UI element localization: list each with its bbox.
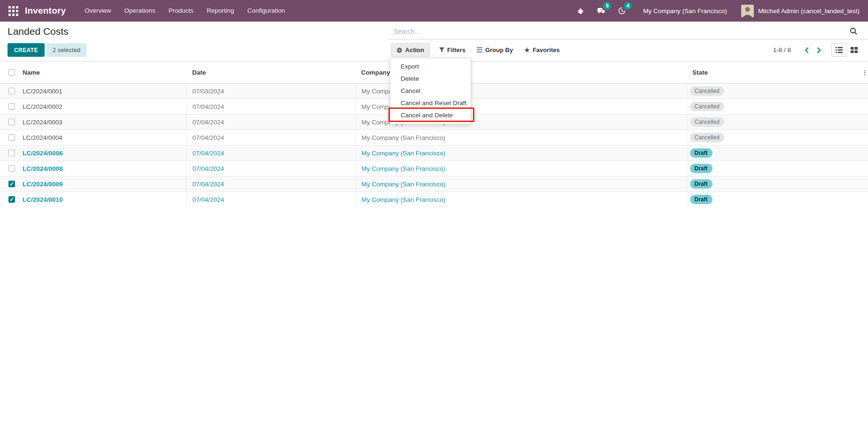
action-menu-item[interactable]: Delete [390,73,471,85]
list-view-button[interactable] [831,43,846,57]
record-date: 07/04/2024 [186,192,356,207]
action-menu-item[interactable]: Cancel [390,85,471,97]
group-by-icon [477,47,482,53]
record-company: My Company (San Francisco) [356,176,687,192]
table-row[interactable]: LC/2024/0006 07/04/2024 My Company (San … [0,145,868,161]
list-buttons: CREATE 2 selected [8,43,86,57]
table-row[interactable]: LC/2024/0009 07/04/2024 My Company (San … [0,176,868,192]
row-checkbox[interactable] [8,181,15,187]
column-options-icon[interactable]: ⋮ [862,69,868,76]
kanban-view-button[interactable] [846,43,861,57]
record-date: 07/04/2024 [186,130,356,145]
column-header-state[interactable]: State [687,61,861,84]
column-header-date[interactable]: Date [186,61,356,84]
row-checkbox[interactable] [8,88,15,94]
debug-bug-icon[interactable] [574,4,588,18]
record-date: 07/04/2024 [186,161,356,176]
activities-icon[interactable]: 4 [615,4,629,18]
record-state: Cancelled [687,130,861,145]
record-state: Cancelled [687,99,861,114]
row-checkbox[interactable] [8,134,15,141]
row-checkbox[interactable] [8,103,15,110]
messages-icon[interactable]: 5 [594,4,608,18]
select-all-checkbox[interactable] [8,69,15,76]
company-switcher[interactable]: My Company (San Francisco) [643,8,727,15]
record-state: Cancelled [687,114,861,130]
kanban-view-icon [851,47,858,53]
record-date: 07/04/2024 [186,99,356,114]
record-name: LC/2024/0003 [19,114,186,130]
control-panel: Landed Costs Search... CREATE 2 selected… [0,22,868,61]
record-name: LC/2024/0008 [19,161,186,176]
action-menu-item-highlighted[interactable]: Cancel and Delete [390,109,471,122]
status-badge: Draft [690,195,713,204]
topbar-right: 5 4 My Company (San Francisco) Mitchell … [574,4,868,18]
row-checkbox[interactable] [8,165,15,172]
user-menu[interactable]: Mitchell Admin (cancel_landed_test) [758,8,860,15]
favorites-star-icon: ★ [524,46,530,53]
record-state: Draft [687,176,861,192]
menu-operations[interactable]: Operations [118,0,162,22]
record-state: Cancelled [687,84,861,99]
chevron-right-icon[interactable] [813,43,825,57]
apps-grid-icon[interactable] [8,6,18,16]
filter-icon [439,47,444,53]
selection-count-badge: 2 selected [46,43,86,57]
page: Inventory Overview Operations Products R… [0,0,868,435]
top-navbar: Inventory Overview Operations Products R… [0,0,868,22]
favorites-button[interactable]: ★ Favorites [524,46,559,53]
record-name: LC/2024/0010 [19,192,186,207]
action-button-label: Action [405,46,424,53]
status-badge: Draft [690,164,713,173]
record-state: Draft [687,192,861,207]
record-name: LC/2024/0006 [19,145,186,161]
status-badge: Cancelled [690,86,724,96]
record-company: My Company (San Francisco) [356,130,687,145]
action-menu-item[interactable]: Cancel and Reset Draft [390,97,471,109]
search-input[interactable]: Search... [388,23,868,39]
search-options: Filters Group By ★ Favorites [439,43,560,57]
row-checkbox[interactable] [8,150,15,156]
action-button[interactable]: ⚙ Action [391,43,430,57]
menu-overview[interactable]: Overview [78,0,117,22]
table-row[interactable]: LC/2024/0008 07/04/2024 My Company (San … [0,161,868,176]
chevron-left-icon[interactable] [800,43,813,57]
status-badge: Cancelled [690,133,724,142]
status-badge: Draft [690,148,713,158]
record-company: My Company (San Francisco) [356,161,687,176]
table-row[interactable]: LC/2024/0010 07/04/2024 My Company (San … [0,192,868,207]
record-state: Draft [687,145,861,161]
row-checkbox[interactable] [8,196,15,203]
record-state: Draft [687,161,861,176]
menu-reporting[interactable]: Reporting [200,0,241,22]
action-dropdown-menu: ExportDeleteCancelCancel and Reset Draft… [390,58,471,124]
list-view-icon [836,47,843,53]
pager-range: 1-8 / 8 [773,46,791,53]
search-placeholder: Search... [394,28,420,35]
menu-products[interactable]: Products [162,0,200,22]
view-switcher [831,43,861,57]
record-name: LC/2024/0001 [19,84,186,99]
status-badge: Cancelled [690,117,724,127]
pager: 1-8 / 8 [773,43,861,57]
row-checkbox[interactable] [8,119,15,125]
record-date: 07/03/2024 [186,84,356,99]
group-by-button[interactable]: Group By [477,46,513,53]
record-name: LC/2024/0009 [19,176,186,192]
create-button[interactable]: CREATE [8,43,45,57]
gear-icon: ⚙ [396,47,403,53]
record-company: My Company (San Francisco) [356,192,687,207]
page-title: Landed Costs [8,26,69,37]
app-name[interactable]: Inventory [25,6,66,16]
table-row[interactable]: LC/2024/0004 07/04/2024 My Company (San … [0,130,868,145]
activities-count-badge: 4 [624,2,632,10]
column-header-name[interactable]: Name [19,61,186,84]
search-icon[interactable] [850,27,858,35]
action-menu-item[interactable]: Export [390,61,471,73]
avatar[interactable] [741,5,754,17]
status-badge: Cancelled [690,102,724,111]
record-date: 07/04/2024 [186,114,356,130]
filters-button[interactable]: Filters [439,46,465,53]
record-company: My Company (San Francisco) [356,145,687,161]
menu-configuration[interactable]: Configuration [240,0,291,22]
